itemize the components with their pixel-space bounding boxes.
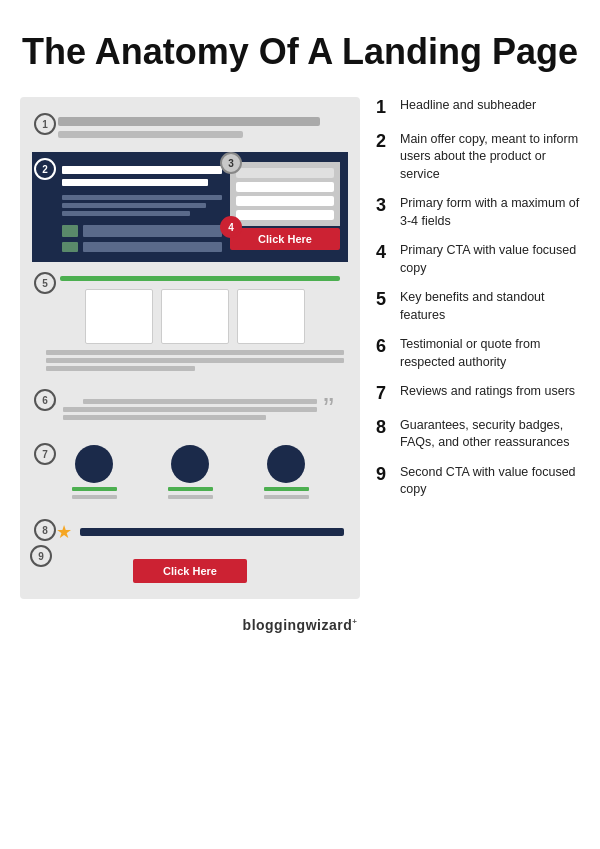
list-num-3: 3 [376, 195, 394, 217]
list-text-8: Guarantees, security badges, FAQs, and o… [400, 417, 580, 452]
star-icon: ★ [56, 521, 72, 543]
review-desc-3 [264, 495, 309, 499]
avatar-3 [267, 445, 305, 483]
list-text-3: Primary form with a maximum of 3-4 field… [400, 195, 580, 230]
diag-section-6: 6 “ ” [32, 385, 348, 433]
content-row: 1 2 [20, 97, 580, 599]
list-num-8: 8 [376, 417, 394, 439]
list-text-9: Second CTA with value focused copy [400, 464, 580, 499]
diag-section-3: 3 [230, 162, 340, 226]
rating-bar-2 [168, 487, 213, 491]
guarantee-bar [80, 528, 344, 536]
list-item: 6 Testimonial or quote from respected au… [376, 336, 580, 371]
diag-section-9: 9 Click Here [32, 555, 348, 587]
diag-cta-button-2: Click Here [133, 559, 247, 583]
list-num-2: 2 [376, 131, 394, 153]
quote-marks: “ ” [46, 393, 334, 425]
review-user-3 [264, 445, 309, 499]
avatar-1 [75, 445, 113, 483]
diag-num-9: 9 [30, 545, 52, 567]
list-text-1: Headline and subheader [400, 97, 536, 115]
diag-section-5: 5 [32, 268, 348, 379]
brand-superscript: + [352, 618, 357, 627]
list-item: 1 Headline and subheader [376, 97, 580, 119]
diag-num-8: 8 [34, 519, 56, 541]
list-num-7: 7 [376, 383, 394, 405]
close-quote: ” [323, 393, 334, 425]
list-text-7: Reviews and ratings from users [400, 383, 575, 401]
review-desc-1 [72, 495, 117, 499]
list-item: 8 Guarantees, security badges, FAQs, and… [376, 417, 580, 452]
list-item: 9 Second CTA with value focused copy [376, 464, 580, 499]
list-num-4: 4 [376, 242, 394, 264]
footer-brand: bloggingwizard+ [243, 617, 358, 633]
diag-section-2: 2 [32, 152, 348, 262]
list-item: 5 Key benefits and standout features [376, 289, 580, 324]
rating-bar-3 [264, 487, 309, 491]
feature-box-2 [161, 289, 229, 344]
list-num-6: 6 [376, 336, 394, 358]
rating-bar-1 [72, 487, 117, 491]
brand-name: bloggingwizard [243, 617, 353, 633]
list-num-5: 5 [376, 289, 394, 311]
list-text-5: Key benefits and standout features [400, 289, 580, 324]
list-item: 3 Primary form with a maximum of 3-4 fie… [376, 195, 580, 230]
feature-box-1 [85, 289, 153, 344]
review-user-2 [168, 445, 213, 499]
list-text-6: Testimonial or quote from respected auth… [400, 336, 580, 371]
avatar-2 [171, 445, 209, 483]
anatomy-list: 1 Headline and subheader 2 Main offer co… [376, 97, 580, 499]
diag-section-7: 7 [32, 439, 348, 509]
diag-section-1: 1 [32, 109, 348, 146]
review-desc-2 [168, 495, 213, 499]
diag-cta-button-1: Click Here [230, 228, 340, 250]
review-user-1 [72, 445, 117, 499]
diag-num-1: 1 [34, 113, 56, 135]
list-item: 7 Reviews and ratings from users [376, 383, 580, 405]
list-text-4: Primary CTA with value focused copy [400, 242, 580, 277]
page-wrapper: The Anatomy Of A Landing Page 1 2 [0, 0, 600, 653]
list-item: 2 Main offer copy, meant to inform users… [376, 131, 580, 184]
diag-section-8: 8 ★ [32, 515, 348, 549]
page-title: The Anatomy Of A Landing Page [22, 30, 578, 73]
feature-box-3 [237, 289, 305, 344]
review-avatars [36, 445, 344, 499]
list-text-2: Main offer copy, meant to inform users a… [400, 131, 580, 184]
landing-page-diagram: 1 2 [20, 97, 360, 599]
list-item: 4 Primary CTA with value focused copy [376, 242, 580, 277]
list-num-1: 1 [376, 97, 394, 119]
list-num-9: 9 [376, 464, 394, 486]
